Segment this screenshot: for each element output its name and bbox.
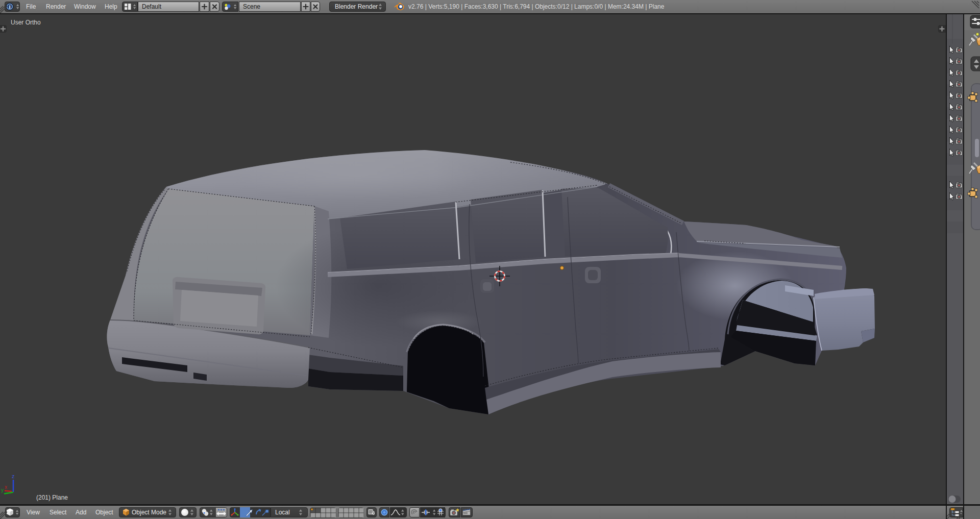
svg-text:z: z: [12, 473, 15, 479]
svg-text:x: x: [5, 484, 7, 490]
svg-text:y: y: [1, 487, 4, 493]
svg-text:i: i: [9, 4, 10, 10]
